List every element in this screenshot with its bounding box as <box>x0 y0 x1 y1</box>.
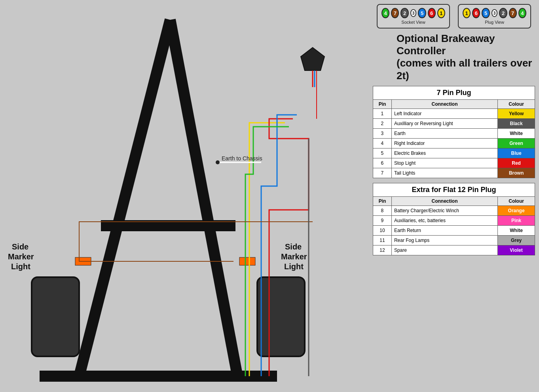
connection: Earth <box>391 128 497 138</box>
svg-point-11 <box>216 160 220 164</box>
svg-rect-6 <box>257 277 305 356</box>
table-row: 12 Spare Violet <box>373 245 535 255</box>
svg-rect-9 <box>239 257 255 265</box>
pin-2-plug: 2 <box>499 8 507 18</box>
brakeaway-line2: (comes with all trailers over 2t) <box>397 57 532 81</box>
pin-num: 8 <box>373 206 392 215</box>
table-row: 1 Left Indicator Yellow <box>373 108 535 118</box>
col-colour-header: Colour <box>498 99 535 108</box>
pin-7-socket: 7 <box>391 8 399 18</box>
pin-num: 6 <box>373 158 392 168</box>
table-row: 2 Auxilliary or Reversing Light Black <box>373 118 535 128</box>
pin-4-plug: 4 <box>518 8 526 18</box>
colour-cell: Brown <box>498 168 535 178</box>
colour-cell: White <box>498 128 535 138</box>
pin-5-plug: 5 <box>482 8 490 18</box>
svg-text:Light: Light <box>11 262 30 271</box>
pin-6-socket: 6 <box>428 8 436 18</box>
table-row: 9 Auxiliaries, etc, batteries Pink <box>373 215 535 225</box>
table-row: 4 Right Indicator Green <box>373 138 535 148</box>
pin-2-socket: 2 <box>400 8 408 18</box>
plug-pins: 1 6 5 3 2 7 4 <box>463 8 526 18</box>
col-colour-header-12: Colour <box>498 196 535 206</box>
svg-text:Earth to Chassis: Earth to Chassis <box>222 155 262 162</box>
table-row: 5 Electric Brakes Blue <box>373 148 535 158</box>
colour-cell: Yellow <box>498 108 535 118</box>
table-row: 10 Earth Return White <box>373 225 535 235</box>
connection: Rear Fog Lamps <box>391 235 497 245</box>
connection: Spare <box>391 245 497 255</box>
colour-cell: Red <box>498 158 535 168</box>
colour-cell: Grey <box>498 235 535 245</box>
right-panel: 4 7 2 3 5 6 1 Socket View 1 6 5 3 2 <box>373 4 535 260</box>
pin-1-socket: 1 <box>437 8 445 18</box>
pin-num: 5 <box>373 148 392 158</box>
brakeaway-title: Optional Brakeaway Controller (comes wit… <box>397 32 535 82</box>
brakeaway-line1: Optional Brakeaway Controller <box>397 32 495 57</box>
pin-7-plug: 7 <box>509 8 517 18</box>
svg-text:Marker: Marker <box>281 252 307 261</box>
svg-rect-5 <box>32 277 79 356</box>
pin-num: 1 <box>373 108 392 118</box>
pin-num: 2 <box>373 118 392 128</box>
connection: Tail Lights <box>391 168 497 178</box>
plug-view-box: 1 6 5 3 2 7 4 Plug View <box>458 4 531 29</box>
table-12pin-title: Extra for Flat 12 Pin Plug <box>373 183 535 196</box>
colour-cell: Green <box>498 138 535 148</box>
connection: Electric Brakes <box>391 148 497 158</box>
pin-6-plug: 6 <box>472 8 480 18</box>
connector-row: 4 7 2 3 5 6 1 Socket View 1 6 5 3 2 <box>373 4 535 29</box>
socket-pins: 4 7 2 3 5 6 1 <box>381 8 445 18</box>
colour-cell: Violet <box>498 245 535 255</box>
pin-num: 10 <box>373 225 392 235</box>
pin-num: 3 <box>373 128 392 138</box>
pin-3-socket: 3 <box>410 9 417 17</box>
socket-view-box: 4 7 2 3 5 6 1 Socket View <box>377 4 450 29</box>
col-pin-header: Pin <box>373 99 392 108</box>
connection: Earth Return <box>391 225 497 235</box>
pin-num: 12 <box>373 245 392 255</box>
diagram-area: Earth to Chassis Side Marker Light Side … <box>0 0 344 392</box>
table-7pin: 7 Pin Plug Pin Connection Colour 1 Left … <box>373 86 535 178</box>
table-row: 7 Tail Lights Brown <box>373 168 535 178</box>
col-connection-header-12: Connection <box>391 196 497 206</box>
connection: Stop Light <box>391 158 497 168</box>
table-12pin-section: Extra for Flat 12 Pin Plug Pin Connectio… <box>373 183 535 255</box>
svg-text:Side: Side <box>285 242 302 251</box>
colour-cell: Black <box>498 118 535 128</box>
connection: Right Indicator <box>391 138 497 148</box>
table-7pin-section: 7 Pin Plug Pin Connection Colour 1 Left … <box>373 86 535 178</box>
col-connection-header: Connection <box>391 99 497 108</box>
svg-text:Light: Light <box>284 262 304 271</box>
socket-label: Socket View <box>381 20 445 25</box>
colour-cell: White <box>498 225 535 235</box>
table-row: 6 Stop Light Red <box>373 158 535 168</box>
pin-num: 4 <box>373 138 392 148</box>
pin-1-plug: 1 <box>463 8 471 18</box>
table-7pin-title: 7 Pin Plug <box>373 86 535 99</box>
pin-num: 9 <box>373 215 392 225</box>
pin-4-socket: 4 <box>381 8 389 18</box>
svg-text:Marker: Marker <box>8 252 34 261</box>
colour-cell: Orange <box>498 206 535 215</box>
pin-num: 7 <box>373 168 392 178</box>
main-container: Earth to Chassis Side Marker Light Side … <box>0 0 539 392</box>
table-row: 8 Battery Charger/Electric Winch Orange <box>373 206 535 215</box>
table-row: 3 Earth White <box>373 128 535 138</box>
table-12pin: Extra for Flat 12 Pin Plug Pin Connectio… <box>373 183 535 255</box>
connection: Auxilliary or Reversing Light <box>391 118 497 128</box>
connection: Left Indicator <box>391 108 497 118</box>
pin-num: 11 <box>373 235 392 245</box>
pin-5-socket: 5 <box>418 8 426 18</box>
pin-3-plug: 3 <box>492 9 498 17</box>
colour-cell: Blue <box>498 148 535 158</box>
colour-cell: Pink <box>498 215 535 225</box>
col-pin-header-12: Pin <box>373 196 392 206</box>
table-row: 11 Rear Fog Lamps Grey <box>373 235 535 245</box>
plug-label: Plug View <box>463 20 526 25</box>
connection: Auxiliaries, etc, batteries <box>391 215 497 225</box>
svg-text:Side: Side <box>12 242 28 251</box>
connection: Battery Charger/Electric Winch <box>391 206 497 215</box>
